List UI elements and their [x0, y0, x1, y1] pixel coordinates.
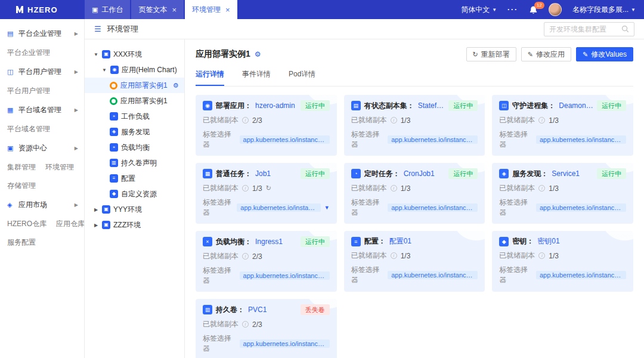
tree-item[interactable]: 应用部署实例1⚙: [85, 78, 184, 93]
card-name-link[interactable]: StatefulSet1: [418, 101, 445, 110]
tree-item[interactable]: ▥持久卷声明: [85, 155, 184, 171]
notification-bell[interactable]: 12: [529, 5, 538, 14]
more-menu-button[interactable]: ···: [507, 5, 518, 14]
sidebar-item[interactable]: 平台用户管理: [7, 86, 50, 96]
card-type-label: 普通任务：: [216, 169, 252, 179]
tree-item[interactable]: ▶▣YYY环境: [85, 202, 184, 217]
tree-item[interactable]: ◈服务发现: [85, 124, 184, 140]
edit-values-button[interactable]: ✎修改Values: [576, 47, 633, 61]
top-tab[interactable]: ▣工作台: [85, 0, 130, 19]
card-header: ≡配置：配置01: [351, 236, 478, 246]
selector-tag: app.kubernetes.io/instance=ng: [536, 135, 626, 144]
card-name-link[interactable]: Ingress1: [255, 237, 283, 246]
main-tab[interactable]: 事件详情: [242, 69, 271, 86]
chevron-right-icon: ▶: [75, 31, 78, 36]
info-icon: i: [242, 185, 249, 192]
sidebar-group[interactable]: ▣资源中心▶: [0, 138, 84, 158]
card-name-link[interactable]: Job1: [255, 169, 271, 178]
main-tab[interactable]: 运行详情: [196, 69, 224, 86]
top-tab[interactable]: 环境管理×: [185, 0, 237, 19]
sidebar-item[interactable]: 集群管理: [7, 162, 36, 172]
redeploy-button[interactable]: ↻重新部署: [466, 47, 516, 61]
card-name-link[interactable]: 密钥01: [537, 236, 559, 246]
status-badge: 运行中: [448, 100, 478, 111]
card-name-link[interactable]: CronJob1: [404, 169, 435, 178]
gear-icon[interactable]: ⚙: [173, 82, 179, 90]
status-badge: 运行中: [597, 168, 626, 179]
replica-row: 已就绪副本i2/3: [203, 319, 330, 329]
collapse-menu-icon[interactable]: ☰: [94, 24, 101, 33]
card-name-link[interactable]: hzero-admin: [255, 101, 295, 110]
redeploy-icon: ↻: [473, 51, 478, 58]
sidebar-item[interactable]: 环境管理: [45, 162, 74, 172]
env-icon: ▣: [102, 50, 110, 58]
edit-app-button[interactable]: ✎修改应用: [521, 47, 571, 61]
gear-icon[interactable]: ⚙: [255, 50, 261, 58]
sidebar-group[interactable]: ▤平台企业管理▶: [0, 24, 84, 44]
selector-label: 标签选择器: [203, 334, 236, 354]
card-type-label: 负载均衡：: [216, 237, 252, 247]
button-label: 重新部署: [481, 50, 510, 60]
sidebar-item[interactable]: 平台企业管理: [7, 48, 50, 58]
selector-label: 标签选择器: [351, 265, 385, 285]
card-name-link[interactable]: DeamonSet1: [559, 101, 593, 110]
sidebar-item[interactable]: 应用仓库: [56, 219, 85, 229]
card-name-link[interactable]: 配置01: [389, 236, 411, 246]
tree-item[interactable]: ×工作负载: [85, 109, 184, 124]
sidebar-group-label: 平台企业管理: [18, 29, 61, 39]
sidebar-group-label: 平台域名管理: [18, 105, 61, 115]
tree-item[interactable]: ▼▣XXX环境: [85, 47, 184, 62]
info-icon: i: [242, 253, 249, 260]
card-name-link[interactable]: Service1: [552, 169, 580, 178]
selector-label: 标签选择器: [351, 129, 385, 150]
tree-item[interactable]: ≡配置: [85, 171, 184, 186]
tree-item-label: 应用(Helm Chart): [122, 65, 177, 75]
top-tab[interactable]: 页签文本×: [131, 0, 184, 19]
caret-down-icon[interactable]: ▼: [101, 67, 107, 73]
action-buttons: ↻重新部署✎修改应用✎修改Values: [466, 47, 633, 61]
sidebar-item[interactable]: 平台域名管理: [7, 124, 50, 134]
user-menu[interactable]: 名称字段最多展... ▼: [572, 5, 636, 15]
resource-card: ▥持久卷：PVC1丢失卷已就绪副本i2/3标签选择器app.kubernetes…: [196, 299, 337, 358]
card-header: ◔定时任务：CronJob1运行中: [351, 168, 478, 179]
config-icon: ≡: [110, 174, 118, 183]
page-header: ☰ 环境管理: [85, 19, 644, 39]
sidebar-sub-row: 集群管理环境管理: [0, 158, 84, 177]
caret-down-icon[interactable]: ▼: [93, 52, 99, 57]
replica-row: 已就绪副本i1/3: [499, 183, 626, 193]
sidebar-group[interactable]: ◈应用市场▶: [0, 195, 84, 215]
instance-title: 应用部署实例1: [196, 49, 250, 60]
search-input[interactable]: [549, 25, 618, 33]
main-tab[interactable]: Pod详情: [289, 69, 315, 86]
sync-icon[interactable]: ↻: [266, 184, 271, 192]
caret-right-icon[interactable]: ▶: [93, 223, 99, 228]
tree-item[interactable]: ◆自定义资源: [85, 186, 184, 202]
info-icon: i: [538, 252, 545, 259]
tree-item[interactable]: 应用部署实例1: [85, 93, 184, 109]
close-icon[interactable]: ×: [225, 5, 230, 14]
sidebar-sub-row: 平台用户管理: [0, 82, 84, 100]
page-title: 环境管理: [107, 24, 138, 35]
tree-item[interactable]: ▶▣ZZZ环境: [85, 217, 184, 233]
sidebar-group[interactable]: ◫平台用户管理▶: [0, 62, 84, 82]
tree-item-label: 持久卷声明: [121, 158, 157, 168]
tree-item[interactable]: ▼◉应用(Helm Chart): [85, 62, 184, 78]
tree-item[interactable]: ×负载均衡: [85, 140, 184, 155]
sidebar-item[interactable]: 服务配置: [7, 237, 36, 248]
tree-item-label: YYY环境: [113, 205, 142, 215]
language-switcher[interactable]: 简体中文 ▼: [461, 5, 497, 15]
card-name-link[interactable]: PVC1: [248, 305, 267, 314]
chevron-down-icon[interactable]: ▼: [324, 205, 330, 211]
sidebar-item[interactable]: HZERO仓库: [7, 219, 47, 229]
caret-right-icon[interactable]: ▶: [93, 207, 99, 212]
sidebar-item[interactable]: 存储管理: [7, 181, 36, 191]
search-box[interactable]: [544, 22, 634, 36]
card-header: ◫守护进程集：DeamonSet1运行中: [499, 100, 626, 111]
avatar[interactable]: [549, 3, 562, 16]
selector-tag: app.kubernetes.io/instance=ng: [240, 340, 330, 348]
app-logo: HZERO: [0, 0, 85, 19]
card-header: ▦普通任务：Job1运行中: [203, 168, 330, 179]
sidebar-group[interactable]: ▦平台域名管理▶: [0, 100, 84, 120]
replica-label: 已就绪副本: [499, 251, 535, 261]
close-icon[interactable]: ×: [172, 5, 177, 14]
